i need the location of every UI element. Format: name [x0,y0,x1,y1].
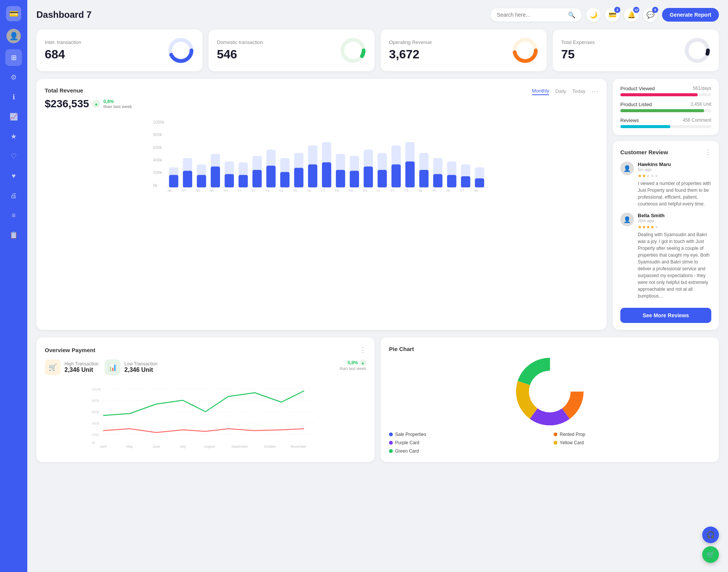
metric-product-viewed: Product Viewed 561/days [620,86,711,96]
pie-chart-card: Pie Chart Sale Properties [381,337,719,462]
sidebar-item-dashboard[interactable]: ⊞ [5,49,22,66]
svg-text:June: June [152,445,160,448]
payment-pct: 0,8% [348,360,358,365]
header: Dashboard 7 🔍 🌙 💳 2 🔔 12 💬 5 Generate Re… [36,8,719,22]
payment-more-icon[interactable]: ⋮ [359,346,366,354]
sidebar-avatar[interactable]: 👤 [6,29,21,43]
wallet-badge: 2 [614,7,620,13]
svg-rect-59 [475,178,484,187]
tab-daily[interactable]: Daily [555,88,566,95]
legend-label-yellow: Yellow Card [560,440,584,445]
pie-legend: Sale Properties Rented Prop Purple Card … [389,432,711,454]
sidebar-item-star[interactable]: ★ [5,128,22,145]
stat-label-revenue: Operating Revenue [389,39,432,45]
svg-text:400k: 400k [153,158,163,162]
revenue-amount: $236,535 ▲ 0,8% than last week [45,98,598,110]
see-more-reviews-button[interactable]: See More Reviews [620,308,711,323]
customer-review-card: Customer Review ⋮ 👤 Hawkins Maru 5m ago … [613,141,719,330]
legend-dot-purple [389,441,393,445]
high-label: High Transaction [64,361,99,367]
metric-val-listed: 3,456 Unit [690,102,711,107]
generate-report-button[interactable]: Generate Report [662,8,719,22]
sidebar-item-heart-fill[interactable]: ♥ [5,168,22,184]
svg-text:600k: 600k [92,410,99,414]
stat-card-inter-transaction: Inter. transaction 684 [36,30,202,71]
sidebar-item-heart-outline[interactable]: ♡ [5,148,22,165]
moon-icon: 🌙 [590,11,598,19]
svg-rect-55 [447,175,456,188]
svg-text:22: 22 [390,189,395,192]
svg-rect-29 [266,166,275,188]
svg-text:19: 19 [348,189,353,192]
legend-rented-prop: Rented Prop [554,432,711,437]
payment-sub: than last week [340,366,366,371]
legend-label-sale: Sale Properties [395,432,426,437]
sidebar-item-settings[interactable]: ⚙ [5,69,22,86]
svg-rect-49 [405,161,414,188]
sidebar-item-info[interactable]: ℹ [5,89,22,105]
stat-label-inter: Inter. transaction [45,39,81,45]
metric-name-listed: Product Listed [620,102,652,107]
tab-monthly[interactable]: Monthly [532,88,549,95]
svg-text:08: 08 [196,189,200,192]
legend-sale-properties: Sale Properties [389,432,546,437]
metric-name-reviews: Reviews [620,118,639,123]
metric-name-viewed: Product Viewed [620,86,655,91]
legend-dot-sale [389,433,393,436]
chat-button[interactable]: 💬 5 [643,8,657,22]
metric-fill-reviews [620,125,670,128]
svg-text:800k: 800k [153,132,163,137]
bell-button[interactable]: 🔔 12 [624,8,639,22]
revenue-value: $236,535 [45,98,89,110]
svg-text:25: 25 [432,189,436,192]
tab-today[interactable]: Today [572,88,585,95]
search-input[interactable] [497,12,565,18]
wallet-button[interactable]: 💳 2 [605,8,620,22]
sidebar-item-chart[interactable]: 📈 [5,108,22,125]
revenue-header: Total Revenue Monthly Daily Today ⋯ [45,87,598,96]
bottom-grid: Overview Payment ⋮ 🛒 High Transaction 2,… [36,337,719,462]
payment-header: Overview Payment ⋮ [45,346,366,354]
float-cart-button[interactable]: 🛒 [702,546,719,563]
svg-text:October: October [264,445,276,448]
review-more-icon[interactable]: ⋮ [704,148,711,156]
svg-text:06: 06 [168,189,172,192]
page-title: Dashboard 7 [36,9,91,20]
search-box[interactable]: 🔍 [491,8,582,22]
metric-reviews: Reviews 456 Comment [620,118,711,128]
metric-bar-viewed [620,93,711,96]
svg-text:24: 24 [418,189,422,192]
up-arrow-icon: ▲ [92,100,100,108]
stat-cards: Inter. transaction 684 Domestic transact… [36,30,719,71]
svg-rect-37 [322,162,331,188]
bell-badge: 12 [633,7,639,13]
svg-rect-39 [336,170,345,188]
legend-label-green: Green Card [395,448,419,454]
revenue-bar-chart: 1000k 800k 600k 400k 200k 0k [45,116,598,192]
low-value: 2,346 Unit [124,367,157,373]
svg-text:26: 26 [446,189,450,192]
revenue-sub: than last week [104,104,132,109]
revenue-more-icon[interactable]: ⋯ [592,87,598,96]
svg-text:800k: 800k [92,399,99,403]
float-headset-button[interactable]: 🎧 [702,527,719,543]
svg-rect-41 [350,171,359,187]
sidebar-item-printer[interactable]: 🖨 [5,187,22,204]
donut-chart-inter [168,37,194,64]
search-icon: 🔍 [568,11,576,19]
review-text-2: Dealing with Syamsudin and Bakri was a j… [638,231,711,299]
moon-button[interactable]: 🌙 [586,8,601,22]
sidebar-logo[interactable]: 💳 [6,6,21,21]
svg-rect-51 [419,170,428,188]
sidebar-item-list[interactable]: ≡ [5,207,22,224]
sidebar-item-document[interactable]: 📋 [5,227,22,243]
payment-stat-high: 🛒 High Transaction 2,346 Unit [45,359,99,375]
reviewer-time-2: 20m ago [638,218,711,223]
svg-rect-35 [308,165,317,188]
payment-change: 0,8% ▲ than last week [340,359,366,375]
svg-text:18: 18 [334,189,339,192]
svg-text:16: 16 [307,189,311,192]
svg-rect-21 [211,166,220,188]
svg-rect-47 [391,165,400,188]
review-title: Customer Review [620,149,668,155]
